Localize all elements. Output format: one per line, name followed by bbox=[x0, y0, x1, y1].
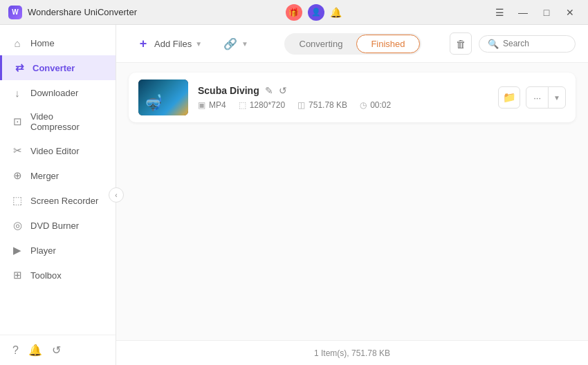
duration-icon: ◷ bbox=[360, 100, 367, 110]
sidebar-footer: ? 🔔 ↺ bbox=[0, 335, 116, 365]
more-options-dots: ··· bbox=[526, 87, 549, 108]
tab-group: Converting Finished bbox=[284, 33, 421, 55]
sidebar-label-video-compressor: Video Compressor bbox=[30, 111, 104, 132]
add-files-button[interactable]: + Add Files ▼ bbox=[129, 32, 209, 55]
main-layout: ⌂ Home ⇄ Converter ↓ Downloader ⊡ Video … bbox=[0, 25, 588, 365]
user-icon[interactable]: 👤 bbox=[308, 4, 324, 21]
more-options-chevron: ▼ bbox=[549, 87, 565, 108]
sidebar-label-converter: Converter bbox=[33, 63, 75, 73]
toolbar-right: 🗑 🔍 bbox=[450, 32, 576, 55]
dvd-burner-icon: ◎ bbox=[11, 219, 24, 232]
resolution-icon: ⬚ bbox=[239, 100, 246, 110]
search-icon: 🔍 bbox=[488, 39, 499, 49]
sidebar-item-screen-recorder[interactable]: ⬚ Screen Recorder bbox=[0, 188, 116, 213]
sidebar-label-screen-recorder: Screen Recorder bbox=[30, 196, 98, 206]
title-bar: W Wondershare UniConverter 🎁 👤 🔔 ☰ — □ ✕ bbox=[0, 0, 588, 25]
add-url-button[interactable]: 🔗 ▼ bbox=[216, 32, 255, 55]
screen-recorder-icon: ⬚ bbox=[11, 194, 24, 207]
search-box: 🔍 bbox=[479, 35, 576, 53]
toolbar-left: + Add Files ▼ 🔗 ▼ bbox=[129, 32, 255, 55]
search-input[interactable] bbox=[503, 39, 567, 48]
size-icon: ◫ bbox=[297, 100, 305, 110]
status-bar: 1 Item(s), 751.78 KB bbox=[116, 340, 588, 365]
window-controls: ☰ — □ ✕ bbox=[490, 5, 580, 20]
refresh-file-icon[interactable]: ↺ bbox=[279, 85, 287, 96]
sidebar-label-toolbox: Toolbox bbox=[30, 270, 62, 281]
collapse-sidebar-button[interactable]: ‹ bbox=[109, 187, 124, 203]
file-resolution: 1280*720 bbox=[250, 100, 285, 110]
edit-file-icon[interactable]: ✎ bbox=[265, 85, 273, 96]
file-name-row: Scuba Diving ✎ ↺ bbox=[198, 85, 488, 96]
format-icon: ▣ bbox=[198, 100, 205, 110]
file-thumbnail: 🤿 bbox=[138, 79, 188, 115]
bell-icon[interactable]: 🔔 bbox=[330, 7, 342, 18]
maximize-button[interactable]: □ bbox=[537, 5, 556, 20]
header-icons: 🎁 👤 🔔 bbox=[286, 4, 342, 21]
more-options-button[interactable]: ··· ▼ bbox=[526, 86, 566, 109]
add-files-icon: + bbox=[136, 36, 151, 51]
add-files-dropdown-icon: ▼ bbox=[195, 40, 202, 48]
file-format: MP4 bbox=[209, 100, 226, 110]
sidebar-label-video-editor: Video Editor bbox=[30, 146, 80, 156]
file-resolution-item: ⬚ 1280*720 bbox=[239, 100, 285, 110]
converter-icon: ⇄ bbox=[13, 62, 26, 74]
thumbnail-diver-icon: 🤿 bbox=[144, 94, 163, 112]
app-title: Wondershare UniConverter bbox=[28, 7, 137, 17]
player-icon: ▶ bbox=[11, 244, 24, 256]
sidebar-label-dvd-burner: DVD Burner bbox=[30, 221, 79, 231]
table-row: 🤿 Scuba Diving ✎ ↺ ▣ MP4 bbox=[129, 73, 576, 122]
delete-button[interactable]: 🗑 bbox=[450, 32, 472, 55]
file-name: Scuba Diving bbox=[198, 85, 259, 96]
sidebar-item-toolbox[interactable]: ⊞ Toolbox bbox=[0, 263, 116, 288]
minimize-button[interactable]: — bbox=[513, 5, 533, 20]
sidebar: ⌂ Home ⇄ Converter ↓ Downloader ⊡ Video … bbox=[0, 25, 116, 365]
status-text: 1 Item(s), 751.78 KB bbox=[314, 348, 390, 358]
sidebar-item-merger[interactable]: ⊕ Merger bbox=[0, 163, 116, 188]
add-files-label: Add Files bbox=[154, 39, 192, 49]
toolbox-icon: ⊞ bbox=[11, 269, 24, 281]
sidebar-nav: ⌂ Home ⇄ Converter ↓ Downloader ⊡ Video … bbox=[0, 25, 116, 335]
toolbar: + Add Files ▼ 🔗 ▼ Converting Finished 🗑 … bbox=[116, 25, 588, 63]
file-actions-right: 📁 ··· ▼ bbox=[498, 86, 566, 109]
file-duration-item: ◷ 00:02 bbox=[360, 100, 391, 110]
sidebar-label-home: Home bbox=[30, 38, 55, 48]
file-size: 751.78 KB bbox=[309, 100, 347, 110]
add-url-label: ▼ bbox=[241, 40, 248, 48]
merger-icon: ⊕ bbox=[11, 169, 24, 182]
close-button[interactable]: ✕ bbox=[560, 5, 580, 20]
file-info: Scuba Diving ✎ ↺ ▣ MP4 ⬚ 1280*720 bbox=[198, 85, 488, 110]
sidebar-item-downloader[interactable]: ↓ Downloader bbox=[0, 80, 116, 105]
sidebar-label-player: Player bbox=[30, 245, 56, 256]
sidebar-label-downloader: Downloader bbox=[30, 88, 78, 98]
app-icon: W bbox=[8, 6, 22, 19]
content-area: + Add Files ▼ 🔗 ▼ Converting Finished 🗑 … bbox=[116, 25, 588, 365]
help-icon[interactable]: ? bbox=[12, 344, 19, 357]
thumbnail-image: 🤿 bbox=[138, 79, 188, 115]
sidebar-item-player[interactable]: ▶ Player bbox=[0, 238, 116, 263]
file-duration: 00:02 bbox=[370, 100, 391, 110]
notification-icon[interactable]: 🔔 bbox=[28, 344, 42, 357]
video-compressor-icon: ⊡ bbox=[11, 115, 24, 128]
sidebar-label-merger: Merger bbox=[30, 171, 59, 181]
hamburger-button[interactable]: ☰ bbox=[490, 5, 509, 20]
sidebar-item-video-compressor[interactable]: ⊡ Video Compressor bbox=[0, 105, 116, 138]
file-meta-row: ▣ MP4 ⬚ 1280*720 ◫ 751.78 KB ◷ bbox=[198, 100, 488, 110]
sidebar-item-converter[interactable]: ⇄ Converter bbox=[0, 55, 116, 80]
file-list: 🤿 Scuba Diving ✎ ↺ ▣ MP4 bbox=[116, 63, 588, 340]
home-icon: ⌂ bbox=[11, 37, 24, 49]
video-editor-icon: ✂ bbox=[11, 144, 24, 157]
converting-tab[interactable]: Converting bbox=[286, 35, 357, 53]
open-folder-button[interactable]: 📁 bbox=[498, 86, 520, 109]
sidebar-item-home[interactable]: ⌂ Home bbox=[0, 30, 116, 55]
file-size-item: ◫ 751.78 KB bbox=[297, 100, 347, 110]
feedback-icon[interactable]: ↺ bbox=[52, 344, 61, 357]
gift-icon[interactable]: 🎁 bbox=[286, 4, 302, 21]
sidebar-item-dvd-burner[interactable]: ◎ DVD Burner bbox=[0, 213, 116, 238]
file-format-item: ▣ MP4 bbox=[198, 100, 226, 110]
finished-tab[interactable]: Finished bbox=[356, 35, 419, 53]
downloader-icon: ↓ bbox=[11, 86, 24, 99]
title-bar-left: W Wondershare UniConverter bbox=[8, 6, 137, 19]
add-url-icon: 🔗 bbox=[223, 36, 238, 51]
sidebar-item-video-editor[interactable]: ✂ Video Editor bbox=[0, 138, 116, 163]
